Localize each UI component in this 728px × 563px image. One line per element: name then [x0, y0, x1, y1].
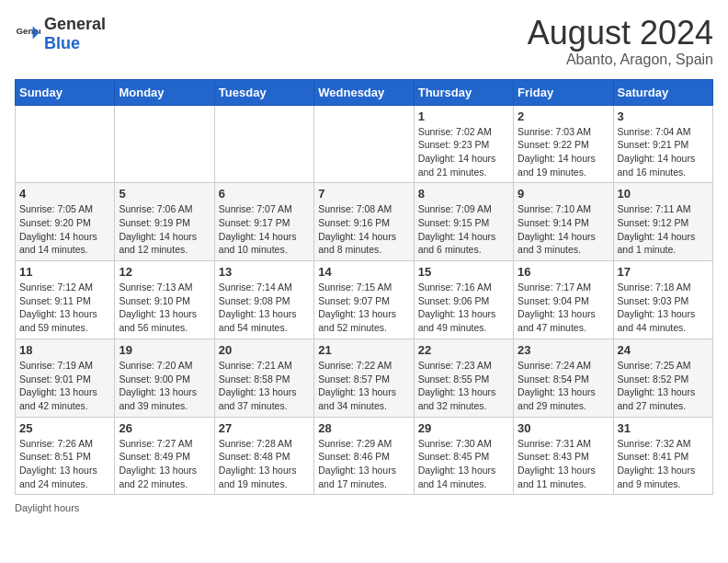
col-thursday: Thursday — [414, 79, 513, 105]
day-info: Sunrise: 7:05 AM Sunset: 9:20 PM Dayligh… — [19, 202, 110, 257]
subtitle: Abanto, Aragon, Spain — [528, 52, 713, 68]
calendar-cell: 8Sunrise: 7:09 AM Sunset: 9:15 PM Daylig… — [414, 183, 513, 261]
daylight-legend: Daylight hours — [15, 502, 79, 513]
day-number: 19 — [119, 343, 210, 357]
calendar-cell: 4Sunrise: 7:05 AM Sunset: 9:20 PM Daylig… — [16, 183, 115, 261]
calendar-cell — [16, 105, 115, 183]
day-info: Sunrise: 7:16 AM Sunset: 9:06 PM Dayligh… — [418, 281, 509, 335]
calendar-cell: 25Sunrise: 7:26 AM Sunset: 8:51 PM Dayli… — [16, 417, 115, 495]
calendar-cell: 17Sunrise: 7:18 AM Sunset: 9:03 PM Dayli… — [613, 261, 712, 339]
col-sunday: Sunday — [16, 79, 115, 105]
day-info: Sunrise: 7:29 AM Sunset: 8:46 PM Dayligh… — [318, 437, 409, 491]
day-info: Sunrise: 7:04 AM Sunset: 9:21 PM Dayligh… — [618, 125, 709, 179]
day-info: Sunrise: 7:18 AM Sunset: 9:03 PM Dayligh… — [618, 281, 709, 335]
day-info: Sunrise: 7:03 AM Sunset: 9:22 PM Dayligh… — [518, 125, 609, 179]
day-number: 11 — [19, 265, 110, 279]
day-info: Sunrise: 7:24 AM Sunset: 8:54 PM Dayligh… — [518, 359, 609, 413]
day-number: 22 — [418, 343, 509, 357]
logo-icon: General — [15, 21, 40, 47]
day-number: 30 — [518, 421, 609, 435]
calendar-cell: 31Sunrise: 7:32 AM Sunset: 8:41 PM Dayli… — [613, 417, 712, 495]
day-number: 1 — [418, 109, 509, 123]
calendar-cell: 30Sunrise: 7:31 AM Sunset: 8:43 PM Dayli… — [514, 417, 613, 495]
day-info: Sunrise: 7:15 AM Sunset: 9:07 PM Dayligh… — [318, 281, 409, 335]
page-header: General General Blue August 2024 Abanto,… — [15, 15, 713, 68]
calendar-cell: 3Sunrise: 7:04 AM Sunset: 9:21 PM Daylig… — [613, 105, 712, 183]
calendar-table: Sunday Monday Tuesday Wednesday Thursday… — [15, 79, 713, 496]
calendar-cell: 11Sunrise: 7:12 AM Sunset: 9:11 PM Dayli… — [16, 261, 115, 339]
day-number: 26 — [119, 421, 210, 435]
daylight-label: Daylight hours — [15, 502, 79, 513]
main-title: August 2024 — [528, 15, 713, 52]
day-number: 5 — [119, 187, 210, 201]
calendar-week-row: 11Sunrise: 7:12 AM Sunset: 9:11 PM Dayli… — [16, 261, 713, 339]
logo-blue-text: Blue — [44, 34, 80, 52]
day-info: Sunrise: 7:14 AM Sunset: 9:08 PM Dayligh… — [219, 281, 310, 335]
col-friday: Friday — [514, 79, 613, 105]
day-info: Sunrise: 7:11 AM Sunset: 9:12 PM Dayligh… — [618, 202, 709, 257]
day-info: Sunrise: 7:07 AM Sunset: 9:17 PM Dayligh… — [219, 202, 310, 257]
day-number: 27 — [219, 421, 310, 435]
col-wednesday: Wednesday — [314, 79, 414, 105]
col-monday: Monday — [115, 79, 214, 105]
day-number: 17 — [618, 265, 709, 279]
calendar-cell: 27Sunrise: 7:28 AM Sunset: 8:48 PM Dayli… — [214, 417, 313, 495]
day-number: 10 — [618, 187, 709, 201]
calendar-cell: 23Sunrise: 7:24 AM Sunset: 8:54 PM Dayli… — [514, 339, 613, 417]
day-info: Sunrise: 7:06 AM Sunset: 9:19 PM Dayligh… — [119, 202, 210, 257]
day-info: Sunrise: 7:08 AM Sunset: 9:16 PM Dayligh… — [318, 202, 409, 257]
calendar-cell — [115, 105, 214, 183]
calendar-cell: 6Sunrise: 7:07 AM Sunset: 9:17 PM Daylig… — [214, 183, 313, 261]
day-info: Sunrise: 7:13 AM Sunset: 9:10 PM Dayligh… — [119, 281, 210, 335]
day-info: Sunrise: 7:32 AM Sunset: 8:41 PM Dayligh… — [618, 437, 709, 491]
col-tuesday: Tuesday — [214, 79, 313, 105]
day-number: 7 — [318, 187, 409, 201]
calendar-cell: 2Sunrise: 7:03 AM Sunset: 9:22 PM Daylig… — [514, 105, 613, 183]
day-number: 14 — [318, 265, 409, 279]
day-number: 31 — [618, 421, 709, 435]
calendar-cell: 7Sunrise: 7:08 AM Sunset: 9:16 PM Daylig… — [314, 183, 414, 261]
calendar-week-row: 18Sunrise: 7:19 AM Sunset: 9:01 PM Dayli… — [16, 339, 713, 417]
day-info: Sunrise: 7:12 AM Sunset: 9:11 PM Dayligh… — [19, 281, 110, 335]
day-info: Sunrise: 7:25 AM Sunset: 8:52 PM Dayligh… — [618, 359, 709, 413]
day-number: 12 — [119, 265, 210, 279]
calendar-cell: 24Sunrise: 7:25 AM Sunset: 8:52 PM Dayli… — [613, 339, 712, 417]
calendar-header-row: Sunday Monday Tuesday Wednesday Thursday… — [16, 79, 713, 105]
calendar-cell: 12Sunrise: 7:13 AM Sunset: 9:10 PM Dayli… — [115, 261, 214, 339]
day-info: Sunrise: 7:09 AM Sunset: 9:15 PM Dayligh… — [418, 202, 509, 257]
day-number: 20 — [219, 343, 310, 357]
calendar-cell: 21Sunrise: 7:22 AM Sunset: 8:57 PM Dayli… — [314, 339, 414, 417]
day-number: 6 — [219, 187, 310, 201]
calendar-cell: 15Sunrise: 7:16 AM Sunset: 9:06 PM Dayli… — [414, 261, 513, 339]
calendar-cell: 5Sunrise: 7:06 AM Sunset: 9:19 PM Daylig… — [115, 183, 214, 261]
calendar-cell: 20Sunrise: 7:21 AM Sunset: 8:58 PM Dayli… — [214, 339, 313, 417]
calendar-cell — [314, 105, 414, 183]
logo-general-text: General — [44, 15, 106, 33]
day-number: 3 — [618, 109, 709, 123]
calendar-cell: 19Sunrise: 7:20 AM Sunset: 9:00 PM Dayli… — [115, 339, 214, 417]
calendar-cell: 18Sunrise: 7:19 AM Sunset: 9:01 PM Dayli… — [16, 339, 115, 417]
day-info: Sunrise: 7:26 AM Sunset: 8:51 PM Dayligh… — [19, 437, 110, 491]
calendar-week-row: 1Sunrise: 7:02 AM Sunset: 9:23 PM Daylig… — [16, 105, 713, 183]
calendar-cell: 22Sunrise: 7:23 AM Sunset: 8:55 PM Dayli… — [414, 339, 513, 417]
day-number: 21 — [318, 343, 409, 357]
day-info: Sunrise: 7:21 AM Sunset: 8:58 PM Dayligh… — [219, 359, 310, 413]
day-number: 9 — [518, 187, 609, 201]
day-number: 25 — [19, 421, 110, 435]
calendar-week-row: 4Sunrise: 7:05 AM Sunset: 9:20 PM Daylig… — [16, 183, 713, 261]
calendar-week-row: 25Sunrise: 7:26 AM Sunset: 8:51 PM Dayli… — [16, 417, 713, 495]
logo: General General Blue — [15, 15, 106, 53]
day-number: 18 — [19, 343, 110, 357]
day-number: 28 — [318, 421, 409, 435]
day-info: Sunrise: 7:02 AM Sunset: 9:23 PM Dayligh… — [418, 125, 509, 179]
calendar-cell: 28Sunrise: 7:29 AM Sunset: 8:46 PM Dayli… — [314, 417, 414, 495]
calendar-cell: 16Sunrise: 7:17 AM Sunset: 9:04 PM Dayli… — [514, 261, 613, 339]
calendar-cell: 1Sunrise: 7:02 AM Sunset: 9:23 PM Daylig… — [414, 105, 513, 183]
day-number: 29 — [418, 421, 509, 435]
day-info: Sunrise: 7:27 AM Sunset: 8:49 PM Dayligh… — [119, 437, 210, 491]
footer: Daylight hours — [15, 502, 713, 513]
day-info: Sunrise: 7:10 AM Sunset: 9:14 PM Dayligh… — [518, 202, 609, 257]
col-saturday: Saturday — [613, 79, 712, 105]
day-number: 24 — [618, 343, 709, 357]
day-info: Sunrise: 7:22 AM Sunset: 8:57 PM Dayligh… — [318, 359, 409, 413]
